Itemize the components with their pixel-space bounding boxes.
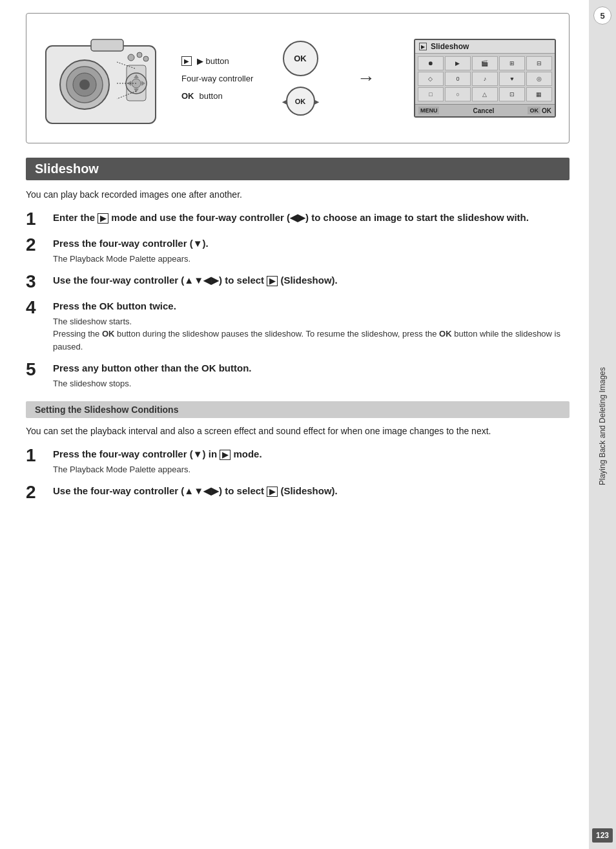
camera-diagram: ▶ ▶ button Four-way controller OK button [39,26,253,130]
step2-2-title: Use the four-way controller (▲▼◀▶) to se… [53,485,570,498]
svg-point-14 [137,52,142,58]
sub-section-title: Setting the Slideshow Conditions [35,404,178,415]
grid-cell-15: ▦ [526,87,552,101]
arrow-right: → [357,68,375,89]
step-3: 3 Use the four-way controller (▲▼◀▶) to … [26,274,570,291]
step2-1: 1 Press the four-way controller (▼) in ▶… [26,448,570,476]
svg-point-5 [79,79,90,90]
play-icon-inline: ▶ [181,56,192,66]
section-heading: Slideshow [26,158,570,180]
step-5-title: Press any button other than the OK butto… [53,362,570,375]
grid-cell-5: ⊟ [526,56,552,70]
step-5-number: 5 [26,361,44,379]
camera-illustration [39,26,169,130]
step-4: 4 Press the OK button twice. The slidesh… [26,300,570,353]
svg-rect-1 [91,39,123,51]
ok-button-label: button [200,91,223,101]
step-2: 2 Press the four-way controller (▼). The… [26,237,570,265]
step-2-content: Press the four-way controller (▼). The P… [53,237,570,265]
step-2-number: 2 [26,236,44,254]
sidebar-text: Playing Back and Deleting Images [597,31,608,822]
grid-cell-2: ▶ [445,56,471,70]
section-title: Slideshow [35,162,99,176]
diagram-labels: ▶ ▶ button Four-way controller OK button [181,56,253,101]
screen-ok-box-label: OK [528,107,540,114]
step-4-desc: The slideshow starts. Pressing the OK bu… [53,315,570,353]
four-way-label-line: Four-way controller [181,74,253,83]
step-5-content: Press any button other than the OK butto… [53,362,570,390]
ok-circles-area: OK ◀ OK ▶ [283,41,318,116]
page-number: 123 [592,828,613,843]
grid-cell-9: ♥ [499,72,525,86]
ok-label-bold: OK [181,91,194,101]
step2-1-desc: The Playback Mode Palette appears. [53,463,570,476]
grid-cell-7: 0 [445,72,471,86]
screen-ok-text: OK [542,107,551,114]
screen-grid: ⏺ ▶ 🎬 ⊞ ⊟ ◇ 0 ♪ ♥ ◎ □ ○ △ ⊡ ▦ [415,54,555,104]
step-5: 5 Press any button other than the OK but… [26,362,570,390]
step-3-content: Use the four-way controller (▲▼◀▶) to se… [53,274,570,289]
grid-cell-3: 🎬 [472,56,498,70]
chapter-number: 5 [600,11,604,21]
step-2-desc: The Playback Mode Palette appears. [53,253,570,266]
four-way-label: Four-way controller [181,74,253,83]
step2-1-title: Press the four-way controller (▼) in ▶ m… [53,448,570,461]
grid-cell-11: □ [418,87,444,101]
grid-cell-13: △ [472,87,498,101]
step-4-content: Press the OK button twice. The slideshow… [53,300,570,353]
step-3-number: 3 [26,273,44,291]
screen-header: ▶ Slideshow [415,40,555,54]
grid-cell-1: ⏺ [418,56,444,70]
chapter-circle: 5 [593,6,611,25]
step-5-desc: The slideshow stops. [53,377,570,390]
intro-text-2: You can set the playback interval and al… [26,426,570,436]
step2-1-number: 1 [26,446,44,465]
screen-ok-box: OK OK [528,107,551,114]
right-sidebar: 5 Playing Back and Deleting Images 123 [589,0,616,849]
play-button-label-line: ▶ ▶ button [181,56,253,66]
step2-2: 2 Use the four-way controller (▲▼◀▶) to … [26,485,570,501]
step2-1-content: Press the four-way controller (▼) in ▶ m… [53,448,570,476]
ok-button-label-line: OK button [181,91,253,101]
screen-cancel-label: Cancel [473,107,495,114]
step2-2-content: Use the four-way controller (▲▼◀▶) to se… [53,485,570,500]
grid-cell-4: ⊞ [499,56,525,70]
ok-circle-small-label: OK [295,98,306,105]
step2-2-number: 2 [26,483,44,501]
diagram-box: ▶ ▶ button Four-way controller OK button… [26,13,570,143]
screen-mockup: ▶ Slideshow ⏺ ▶ 🎬 ⊞ ⊟ ◇ 0 ♪ ♥ ◎ □ ○ [414,39,556,118]
step-3-title: Use the four-way controller (▲▼◀▶) to se… [53,274,570,287]
ok-circle-bottom: ◀ OK ▶ [286,87,315,116]
step-1-number: 1 [26,210,44,228]
step-4-number: 4 [26,299,44,317]
ok-circle-top: OK [283,41,318,76]
grid-cell-12: ○ [445,87,471,101]
play-button-label: ▶ button [197,56,229,66]
ok-circle-label: OK [294,54,307,63]
step-1-title: Enter the ▶ mode and use the four-way co… [53,211,570,224]
grid-cell-10: ◎ [526,72,552,86]
screen-footer: MENU Cancel OK OK [415,104,555,116]
intro-text: You can play back recorded images one af… [26,189,570,200]
step-1: 1 Enter the ▶ mode and use the four-way … [26,211,570,228]
grid-cell-8: ♪ [472,72,498,86]
svg-point-13 [128,54,134,61]
step-4-title: Press the OK button twice. [53,300,570,313]
step-2-title: Press the four-way controller (▼). [53,237,570,250]
screen-play-icon: ▶ [419,43,427,50]
sub-section-heading: Setting the Slideshow Conditions [26,401,570,418]
grid-cell-14: ⊡ [499,87,525,101]
grid-cell-6: ◇ [418,72,444,86]
screen-menu-label: MENU [418,107,440,114]
step-1-content: Enter the ▶ mode and use the four-way co… [53,211,570,227]
svg-point-15 [143,56,149,61]
screen-title: Slideshow [431,42,469,51]
